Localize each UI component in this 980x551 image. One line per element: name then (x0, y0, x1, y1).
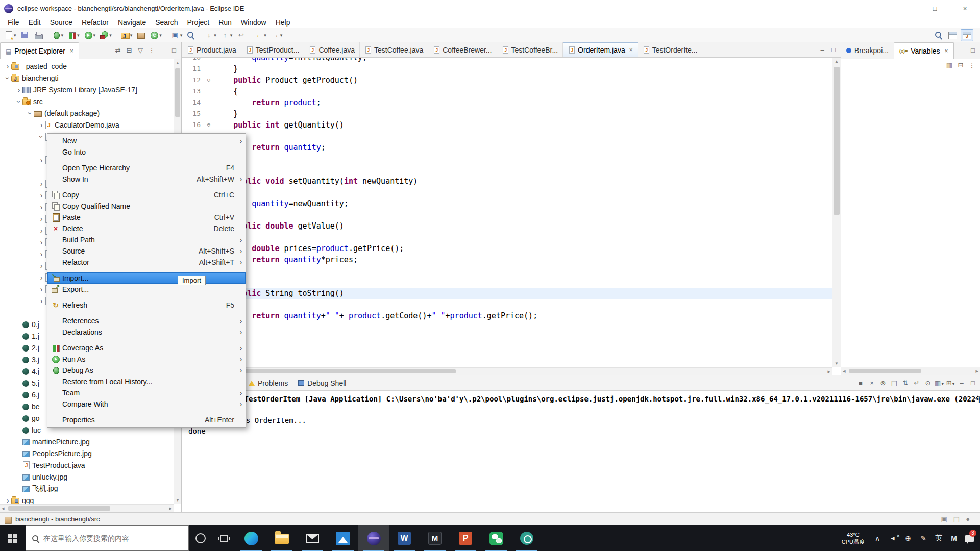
menu-item-export[interactable]: Export... (47, 284, 246, 295)
maximize-button[interactable]: □ (920, 0, 950, 17)
editor-hscrollbar[interactable]: ◂ ▸ (182, 367, 832, 375)
tree-item-jpg[interactable]: 飞机.jpg (0, 483, 174, 494)
tree-item-pasted-code[interactable]: ›_pasted_code_ (0, 60, 174, 72)
debug-button[interactable]: ▾ (50, 29, 65, 41)
fold-collapse-icon[interactable]: ⊖ (205, 119, 213, 131)
new-java-class-button[interactable]: ▾ (148, 29, 163, 41)
expand-arrow-icon[interactable]: › (38, 262, 45, 269)
expand-arrow-icon[interactable]: › (15, 86, 22, 93)
taskbar-app-app-m[interactable]: M (420, 525, 450, 551)
search-button[interactable] (185, 29, 197, 41)
expand-arrow-icon[interactable]: › (38, 215, 45, 222)
code-line-21[interactable]: 21⊖ public void setQuantity(int newQuant… (182, 176, 832, 187)
java-perspective-button[interactable]: J (961, 29, 973, 41)
collapse-all-button[interactable]: ⊟ (124, 45, 134, 56)
fold-collapse-icon[interactable]: ⊖ (205, 74, 213, 86)
tree-item-qqq[interactable]: ›qqq (0, 494, 174, 504)
taskbar-app-eclipse[interactable] (358, 525, 389, 551)
editor-tab-testcoffee-java[interactable]: JTestCoffee.java (360, 42, 428, 57)
expand-arrow-icon[interactable]: › (38, 239, 45, 246)
right-panel-hscrollbar[interactable]: ◂ ▸ (841, 367, 980, 375)
clear-console-button[interactable]: ▤ (889, 378, 899, 388)
code-line-18[interactable]: 18 return quantity; (182, 142, 832, 153)
notifications-icon[interactable]: ● (966, 515, 970, 523)
menu-item-new[interactable]: New› (47, 135, 246, 146)
expand-arrow-icon[interactable]: › (38, 297, 45, 305)
maximize-view-button[interactable]: □ (968, 378, 978, 388)
code-line-25[interactable]: 25⊖ public double getValue() (182, 220, 832, 232)
maximize-button[interactable]: □ (828, 45, 839, 55)
scroll-left-icon[interactable]: ◂ (2, 505, 5, 512)
expand-arrow-icon[interactable]: › (4, 63, 11, 70)
console-line[interactable] (188, 405, 980, 415)
menu-item-build-path[interactable]: Build Path› (47, 234, 246, 245)
next-annotation-button[interactable]: ↓▾ (203, 29, 218, 41)
menu-item-copy-qualified-name[interactable]: Copy Qualified Name (47, 201, 246, 212)
code-line-12[interactable]: 12⊖ public Product getProduct() (182, 74, 832, 86)
menu-run[interactable]: Run (214, 17, 236, 28)
menu-item-restore-from-local-history[interactable]: Restore from Local History... (47, 376, 246, 387)
menu-item-references[interactable]: References› (47, 315, 246, 327)
scroll-right-icon[interactable]: ▸ (827, 368, 830, 375)
menu-item-delete[interactable]: ×DeleteDelete (47, 223, 246, 234)
menu-help[interactable]: Help (271, 17, 295, 28)
tree-item-unlucky-jpg[interactable]: unlucky.jpg (0, 471, 174, 483)
console-line[interactable]: s OrderItem... (188, 415, 980, 426)
editor-tab-testorderite[interactable]: JTestOrderIte... (638, 42, 703, 57)
menu-navigate[interactable]: Navigate (113, 17, 151, 28)
tray-chevron-up-button[interactable]: ∧ (870, 525, 885, 551)
previous-annotation-button[interactable]: ↑▾ (219, 29, 234, 41)
expand-arrow-icon[interactable]: › (38, 204, 45, 211)
code-line-15[interactable]: 15 } (182, 108, 832, 119)
code-line-26[interactable]: 26 { (182, 232, 832, 243)
console-tab-debug-shell[interactable]: Debug Shell (293, 375, 351, 390)
back-button[interactable]: ←▾ (253, 29, 268, 41)
scroll-thumb[interactable] (175, 68, 180, 117)
tray-volume-muted-button[interactable]: ◄ (885, 525, 900, 551)
tray-m-app-button[interactable]: M (946, 525, 962, 551)
menu-source[interactable]: Source (45, 17, 77, 28)
tray-ime-button[interactable]: 英 (931, 525, 946, 551)
scroll-up-icon[interactable]: ▲ (174, 59, 181, 67)
expand-arrow-icon[interactable]: › (38, 274, 45, 281)
menu-item-refresh[interactable]: ↻RefreshF5 (47, 299, 246, 311)
menu-item-import[interactable]: Import... (47, 272, 246, 284)
collapse-arrow-icon[interactable]: › (15, 98, 22, 105)
print-button[interactable] (32, 29, 44, 41)
remove-launch-button[interactable]: × (867, 378, 877, 388)
code-line-10[interactable]: 10 quantity=initialQuantity; (182, 58, 832, 63)
minimize-view-button[interactable]: – (957, 378, 967, 388)
menu-edit[interactable]: Edit (24, 17, 45, 28)
tray-pen-button[interactable]: ✎ (916, 525, 931, 551)
expand-arrow-icon[interactable]: › (38, 286, 45, 293)
terminate-button[interactable]: ■ (855, 378, 866, 388)
display-selected-console-button[interactable]: ▥▾ (934, 378, 944, 388)
maximize-button[interactable]: □ (968, 45, 978, 56)
cortana-button[interactable] (189, 525, 212, 551)
editor-tab-coffeebrewer[interactable]: JCoffeeBrewer... (428, 42, 497, 57)
view-menu-button[interactable]: ⋮ (967, 60, 977, 70)
explorer-hscrollbar[interactable]: ◂ ▸ (0, 504, 174, 512)
code-line-27[interactable]: 27 double prices=product.getPrice(); (182, 243, 832, 254)
remove-all-terminated-button[interactable]: ⊗ (878, 378, 888, 388)
start-button[interactable] (0, 525, 26, 551)
editor-tab-coffee-java[interactable]: JCoffee.java (304, 42, 360, 57)
code-line-33[interactable]: 33 return quantity+" "+ product.getCode(… (182, 310, 832, 321)
menu-item-go-into[interactable]: Go Into (47, 146, 246, 158)
cpu-temp-widget[interactable]: 43°C CPU温度 (837, 531, 870, 546)
menu-item-debug-as[interactable]: Debug As› (47, 365, 246, 376)
code-line-16[interactable]: 16⊖ public int getQuantity() (182, 119, 832, 131)
coverage-button[interactable]: ▾ (66, 29, 81, 41)
menu-item-copy[interactable]: CopyCtrl+C (47, 189, 246, 201)
code-line-30[interactable]: 30 (182, 277, 832, 288)
code-line-31[interactable]: 31⊖ public String toString() (182, 288, 832, 299)
taskbar-app-word[interactable]: W (389, 525, 420, 551)
filter-button[interactable]: ▽ (135, 45, 145, 56)
menu-item-coverage-as[interactable]: Coverage As› (47, 342, 246, 354)
taskbar-app-app-green[interactable] (511, 525, 542, 551)
code-line-17[interactable]: 17 { (182, 131, 832, 142)
overview-icon[interactable]: ▣ (941, 515, 947, 523)
code-line-20[interactable]: 20 (182, 164, 832, 176)
expand-arrow-icon[interactable]: › (38, 251, 45, 258)
console-tab-problems[interactable]: Problems (243, 375, 293, 390)
